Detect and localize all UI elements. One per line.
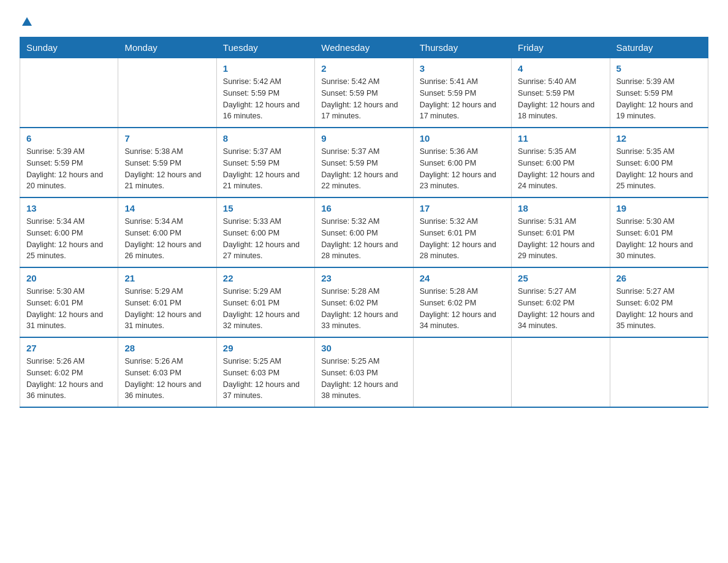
day-number: 6 — [26, 133, 112, 144]
calendar-cell: 30Sunrise: 5:25 AMSunset: 6:03 PMDayligh… — [315, 337, 413, 407]
day-info: Sunrise: 5:32 AMSunset: 6:01 PMDaylight:… — [420, 216, 505, 262]
day-number: 13 — [26, 203, 112, 213]
day-number: 26 — [616, 273, 702, 283]
day-number: 24 — [420, 273, 505, 283]
day-number: 23 — [321, 273, 406, 283]
day-number: 20 — [26, 273, 112, 283]
calendar-cell — [512, 337, 610, 407]
day-info: Sunrise: 5:25 AMSunset: 6:03 PMDaylight:… — [321, 356, 406, 402]
calendar-cell — [20, 58, 118, 128]
day-info: Sunrise: 5:27 AMSunset: 6:02 PMDaylight:… — [616, 286, 702, 332]
day-number: 5 — [616, 63, 702, 74]
calendar-cell — [118, 58, 216, 128]
weekday-row: SundayMondayTuesdayWednesdayThursdayFrid… — [20, 37, 708, 58]
day-info: Sunrise: 5:39 AMSunset: 5:59 PMDaylight:… — [616, 76, 702, 122]
day-info: Sunrise: 5:39 AMSunset: 5:59 PMDaylight:… — [26, 146, 112, 192]
calendar-cell: 20Sunrise: 5:30 AMSunset: 6:01 PMDayligh… — [20, 267, 118, 337]
calendar-cell: 18Sunrise: 5:31 AMSunset: 6:01 PMDayligh… — [512, 197, 610, 267]
day-number: 19 — [616, 203, 702, 213]
day-number: 14 — [124, 203, 210, 213]
weekday-header-saturday: Saturday — [610, 37, 708, 58]
calendar-cell: 13Sunrise: 5:34 AMSunset: 6:00 PMDayligh… — [20, 197, 118, 267]
calendar-cell: 17Sunrise: 5:32 AMSunset: 6:01 PMDayligh… — [413, 197, 511, 267]
day-info: Sunrise: 5:37 AMSunset: 5:59 PMDaylight:… — [223, 146, 308, 192]
logo-triangle-icon — [21, 16, 33, 28]
day-number: 7 — [124, 133, 210, 144]
day-number: 21 — [124, 273, 210, 283]
day-number: 27 — [26, 343, 112, 353]
calendar-cell: 19Sunrise: 5:30 AMSunset: 6:01 PMDayligh… — [610, 197, 708, 267]
day-number: 15 — [223, 203, 308, 213]
day-info: Sunrise: 5:25 AMSunset: 6:03 PMDaylight:… — [223, 356, 308, 402]
day-info: Sunrise: 5:29 AMSunset: 6:01 PMDaylight:… — [223, 286, 308, 332]
day-info: Sunrise: 5:40 AMSunset: 5:59 PMDaylight:… — [518, 76, 603, 122]
weekday-header-tuesday: Tuesday — [216, 37, 314, 58]
calendar-cell: 16Sunrise: 5:32 AMSunset: 6:00 PMDayligh… — [315, 197, 413, 267]
calendar-cell: 11Sunrise: 5:35 AMSunset: 6:00 PMDayligh… — [512, 128, 610, 197]
day-number: 11 — [518, 133, 603, 144]
day-info: Sunrise: 5:34 AMSunset: 6:00 PMDaylight:… — [26, 216, 112, 262]
calendar-cell: 12Sunrise: 5:35 AMSunset: 6:00 PMDayligh… — [610, 128, 708, 197]
calendar-cell — [413, 337, 511, 407]
calendar-cell: 22Sunrise: 5:29 AMSunset: 6:01 PMDayligh… — [216, 267, 314, 337]
day-info: Sunrise: 5:34 AMSunset: 6:00 PMDaylight:… — [124, 216, 210, 262]
calendar-cell: 2Sunrise: 5:42 AMSunset: 5:59 PMDaylight… — [315, 58, 413, 128]
calendar-cell: 5Sunrise: 5:39 AMSunset: 5:59 PMDaylight… — [610, 58, 708, 128]
svg-marker-0 — [22, 17, 32, 26]
logo — [20, 15, 33, 26]
calendar-cell: 9Sunrise: 5:37 AMSunset: 5:59 PMDaylight… — [315, 128, 413, 197]
page-header — [20, 15, 708, 26]
calendar-cell: 6Sunrise: 5:39 AMSunset: 5:59 PMDaylight… — [20, 128, 118, 197]
calendar-cell: 21Sunrise: 5:29 AMSunset: 6:01 PMDayligh… — [118, 267, 216, 337]
day-info: Sunrise: 5:38 AMSunset: 5:59 PMDaylight:… — [124, 146, 210, 192]
calendar-cell: 27Sunrise: 5:26 AMSunset: 6:02 PMDayligh… — [20, 337, 118, 407]
day-info: Sunrise: 5:29 AMSunset: 6:01 PMDaylight:… — [124, 286, 210, 332]
day-info: Sunrise: 5:35 AMSunset: 6:00 PMDaylight:… — [518, 146, 603, 192]
day-info: Sunrise: 5:35 AMSunset: 6:00 PMDaylight:… — [616, 146, 702, 192]
day-number: 30 — [321, 343, 406, 353]
day-info: Sunrise: 5:36 AMSunset: 6:00 PMDaylight:… — [420, 146, 505, 192]
calendar-cell: 29Sunrise: 5:25 AMSunset: 6:03 PMDayligh… — [216, 337, 314, 407]
calendar-cell: 26Sunrise: 5:27 AMSunset: 6:02 PMDayligh… — [610, 267, 708, 337]
day-number: 17 — [420, 203, 505, 213]
day-number: 10 — [420, 133, 505, 144]
week-row: 6Sunrise: 5:39 AMSunset: 5:59 PMDaylight… — [20, 128, 708, 197]
weekday-header-sunday: Sunday — [20, 37, 118, 58]
weekday-header-friday: Friday — [512, 37, 610, 58]
calendar-table: SundayMondayTuesdayWednesdayThursdayFrid… — [20, 37, 708, 408]
calendar-cell: 7Sunrise: 5:38 AMSunset: 5:59 PMDaylight… — [118, 128, 216, 197]
calendar-cell: 24Sunrise: 5:28 AMSunset: 6:02 PMDayligh… — [413, 267, 511, 337]
day-number: 2 — [321, 63, 406, 74]
day-number: 9 — [321, 133, 406, 144]
day-number: 1 — [223, 63, 308, 74]
day-number: 29 — [223, 343, 308, 353]
calendar-cell: 15Sunrise: 5:33 AMSunset: 6:00 PMDayligh… — [216, 197, 314, 267]
calendar-cell: 4Sunrise: 5:40 AMSunset: 5:59 PMDaylight… — [512, 58, 610, 128]
calendar-cell: 10Sunrise: 5:36 AMSunset: 6:00 PMDayligh… — [413, 128, 511, 197]
calendar-cell: 1Sunrise: 5:42 AMSunset: 5:59 PMDaylight… — [216, 58, 314, 128]
calendar-cell — [610, 337, 708, 407]
calendar-cell: 3Sunrise: 5:41 AMSunset: 5:59 PMDaylight… — [413, 58, 511, 128]
calendar-body: 1Sunrise: 5:42 AMSunset: 5:59 PMDaylight… — [20, 58, 708, 408]
day-info: Sunrise: 5:31 AMSunset: 6:01 PMDaylight:… — [518, 216, 603, 262]
weekday-header-thursday: Thursday — [413, 37, 511, 58]
day-info: Sunrise: 5:26 AMSunset: 6:03 PMDaylight:… — [124, 356, 210, 402]
calendar-cell: 28Sunrise: 5:26 AMSunset: 6:03 PMDayligh… — [118, 337, 216, 407]
day-info: Sunrise: 5:27 AMSunset: 6:02 PMDaylight:… — [518, 286, 603, 332]
day-info: Sunrise: 5:30 AMSunset: 6:01 PMDaylight:… — [616, 216, 702, 262]
day-number: 22 — [223, 273, 308, 283]
calendar-cell: 23Sunrise: 5:28 AMSunset: 6:02 PMDayligh… — [315, 267, 413, 337]
day-number: 18 — [518, 203, 603, 213]
week-row: 13Sunrise: 5:34 AMSunset: 6:00 PMDayligh… — [20, 197, 708, 267]
week-row: 1Sunrise: 5:42 AMSunset: 5:59 PMDaylight… — [20, 58, 708, 128]
day-number: 12 — [616, 133, 702, 144]
day-number: 28 — [124, 343, 210, 353]
day-info: Sunrise: 5:42 AMSunset: 5:59 PMDaylight:… — [223, 76, 308, 122]
day-info: Sunrise: 5:32 AMSunset: 6:00 PMDaylight:… — [321, 216, 406, 262]
week-row: 27Sunrise: 5:26 AMSunset: 6:02 PMDayligh… — [20, 337, 708, 407]
day-info: Sunrise: 5:28 AMSunset: 6:02 PMDaylight:… — [420, 286, 505, 332]
week-row: 20Sunrise: 5:30 AMSunset: 6:01 PMDayligh… — [20, 267, 708, 337]
calendar-cell: 8Sunrise: 5:37 AMSunset: 5:59 PMDaylight… — [216, 128, 314, 197]
day-info: Sunrise: 5:26 AMSunset: 6:02 PMDaylight:… — [26, 356, 112, 402]
day-number: 3 — [420, 63, 505, 74]
